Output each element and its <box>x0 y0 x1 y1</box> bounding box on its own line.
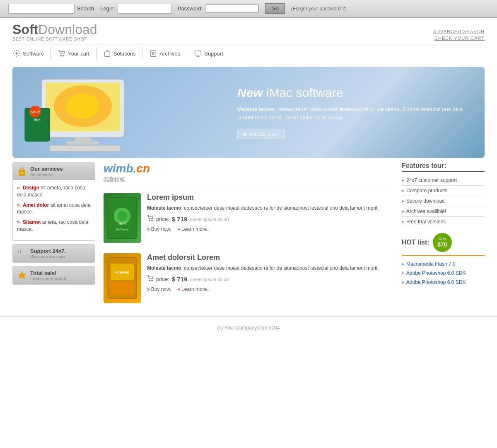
cart-icon-sm-1 <box>147 215 154 223</box>
check-cart-link[interactable]: CHECK YOUR CART <box>434 36 485 41</box>
svg-rect-27 <box>19 250 20 253</box>
search-input[interactable] <box>8 4 75 14</box>
svg-point-32 <box>117 211 127 221</box>
password-label: Password: <box>178 5 203 12</box>
product-price-2: price: $ 719 (lorem ipsum dolor) <box>147 275 393 283</box>
services-box: Our services All services. Design sit am… <box>12 162 95 241</box>
search-group: Search <box>8 4 94 14</box>
learn-more-1[interactable]: Learn more.. <box>177 226 210 232</box>
price-lorem-2: (lorem ipsum dolor) <box>190 277 229 282</box>
svg-point-42 <box>149 280 150 281</box>
product-title-2: Amet dolorsit Lorem <box>147 253 393 262</box>
service-link-1[interactable]: Design <box>23 185 39 191</box>
sale-subtitle: Learn more about. <box>30 276 68 281</box>
product-price-1: price: $ 719 (lorem ipsum dolor) <box>147 215 393 223</box>
price-label-1: price: <box>156 216 169 222</box>
buy-now-2[interactable]: Buy now. <box>147 286 171 292</box>
imac-illustration: Soft SALE <box>21 75 137 154</box>
nav-support[interactable]: Support <box>187 48 230 59</box>
header-bar: Search Login: Password: Go (Forgot your … <box>0 0 497 18</box>
svg-text:Software: Software <box>116 228 129 231</box>
product-desc-2: Moleste lacmo, consectetuer dese moest d… <box>147 264 393 272</box>
logo-download: Download <box>38 22 97 37</box>
password-input[interactable] <box>205 5 259 12</box>
banner: Soft SALE New iMac software Moleste lacm… <box>12 67 485 158</box>
banner-left: Soft SALE <box>12 67 225 158</box>
search-label: Search <box>77 5 94 12</box>
product-info-1: Lorem ipsum Moleste lacmo, consectetuer … <box>147 193 393 243</box>
product-info-2: Amet dolorsit Lorem Moleste lacmo, conse… <box>147 253 393 303</box>
product-desc-rest-2: , consectetuer dese moest dedesaco ra lo… <box>181 265 379 271</box>
price-val-1: $ 719 <box>172 216 188 223</box>
services-header: Our services All services. <box>13 162 95 180</box>
price-lorem-1: (lorem ipsum dolor) <box>190 217 229 222</box>
feature-item-2[interactable]: Secure download <box>402 196 485 206</box>
feature-item-1[interactable]: Compare products <box>402 186 485 196</box>
login-label: Login: <box>100 5 115 12</box>
product-card-1: Soft Software Lorem ipsum Moleste lacmo,… <box>104 188 393 248</box>
price-list-button[interactable]: ▶ PRICE LIST <box>237 129 285 139</box>
services-title: Our services <box>30 166 63 172</box>
banner-title-rest: iMac software <box>263 86 343 99</box>
hot-badge-only: Only <box>438 237 446 241</box>
footer-text: (c) Your Company.com 2004 <box>217 325 280 331</box>
features-list: 24x7 customer support Compare products S… <box>402 175 485 227</box>
support-title: Support 24x7. <box>30 248 66 254</box>
wimb-watermark: wimb.cn <box>104 162 393 175</box>
logo-soft: Soft <box>12 22 38 37</box>
login-input[interactable] <box>118 4 171 14</box>
monitor-icon <box>194 49 202 58</box>
service-link-2[interactable]: Amet dolor <box>23 202 49 208</box>
book-icon <box>149 49 157 58</box>
sale-icon <box>17 270 27 280</box>
hot-item-1[interactable]: Adobe Photoshop 6.0 SDK <box>402 269 485 278</box>
nav-archives[interactable]: Archives <box>142 48 187 59</box>
nav-support-label: Support <box>204 51 223 57</box>
logo-text: SoftDownload <box>12 23 97 36</box>
price-list-arrow: ▶ <box>244 131 247 137</box>
svg-point-35 <box>149 220 150 221</box>
nav-solutions[interactable]: Solutions <box>97 48 142 59</box>
go-button[interactable]: Go <box>265 3 285 14</box>
service-link-3[interactable]: Sitamet <box>23 219 41 225</box>
svg-rect-17 <box>66 141 99 145</box>
product-desc-rest-1: , consectetuer dese moest dedesaco ra lo… <box>181 205 379 211</box>
feature-item-0[interactable]: 24x7 customer support <box>402 175 485 186</box>
svg-text:SALE: SALE <box>30 110 40 114</box>
forgot-password-link[interactable]: (Forgot your password ?) <box>291 6 347 12</box>
footer: (c) Your Company.com 2004 <box>0 316 497 339</box>
hot-badge: Only $70 <box>433 233 452 252</box>
product-image-1: Soft Software <box>104 193 141 243</box>
svg-text:Soft: Soft <box>34 118 41 121</box>
svg-point-25 <box>21 172 23 174</box>
nav-top: SoftDownload Best Online Software Shop A… <box>12 23 485 41</box>
product-card-2: Firewall Amet dolorsit Lorem Moleste lac… <box>104 248 393 308</box>
feature-item-4[interactable]: Free trial versions <box>402 217 485 227</box>
product-desc-1: Moleste lacmo, consectetuer dese moest d… <box>147 204 393 212</box>
svg-rect-18 <box>50 145 120 151</box>
svg-rect-16 <box>75 137 91 141</box>
wimb-cn: cn <box>136 162 150 175</box>
top-right-links: ADVANCED SEARCH CHECK YOUR CART <box>433 29 485 41</box>
nav-software[interactable]: Software <box>12 48 51 59</box>
product-actions-2: Buy now. Learn more.. <box>147 286 393 292</box>
hot-item-0[interactable]: Macromedia Flash 7.0 <box>402 259 485 269</box>
price-list-label: PRICE LIST <box>250 132 279 137</box>
learn-more-2[interactable]: Learn more.. <box>177 286 210 292</box>
svg-rect-3 <box>105 52 110 56</box>
feature-item-3[interactable]: Archives availible! <box>402 206 485 217</box>
box-icon <box>103 49 111 58</box>
nav-cart[interactable]: Your cart <box>51 48 97 59</box>
hot-item-2[interactable]: Adobe Photoshop 6.0 SDK <box>402 278 485 287</box>
watermark-subtitle: 我爱模板 <box>104 176 393 184</box>
nav-cart-label: Your cart <box>68 51 89 57</box>
svg-point-36 <box>152 220 152 221</box>
svg-point-2 <box>63 55 64 56</box>
sale-header: Total sale! Learn more about. <box>13 266 95 284</box>
svg-point-43 <box>152 280 152 281</box>
buy-now-1[interactable]: Buy now. <box>147 226 171 232</box>
logo-tagline: Best Online Software Shop <box>12 37 97 41</box>
support-box: Support 24x7. Because we care. <box>12 244 95 263</box>
nav-solutions-label: Solutions <box>113 51 135 57</box>
advanced-search-link[interactable]: ADVANCED SEARCH <box>433 29 485 34</box>
